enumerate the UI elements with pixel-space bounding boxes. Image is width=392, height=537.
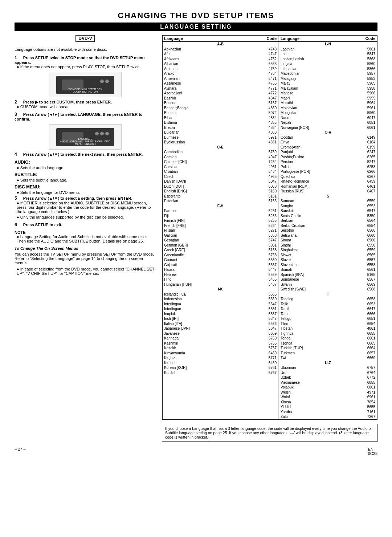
lang-name-left: French [FRE] <box>163 223 253 228</box>
disc-menu-header: DISC MENU: <box>15 184 156 190</box>
lang-name-right: Panjabi <box>278 150 355 155</box>
step-1: 1 Press SETUP twice in STOP mode so that… <box>15 55 156 69</box>
lang-name-left: Armenian <box>163 76 253 81</box>
lang-code-right: 5955 <box>355 96 377 101</box>
lang-name-left: Korean [KOR] <box>163 365 253 370</box>
lang-code-right: 6861 <box>355 385 377 390</box>
step-2: 2 Press ▶ to select CUSTOM, then press E… <box>15 99 156 109</box>
lang-name-left: Kirghiz <box>163 355 253 361</box>
lang-code-left: 4847 <box>253 96 278 101</box>
audio-section: AUDIO: Sets the audio language. <box>15 160 156 170</box>
lang-code-table: Language Code Language Code A-BL-NAbkhaz… <box>163 36 377 419</box>
lang-code-right: 7161 <box>355 410 377 415</box>
lang-name-left: Esperanto <box>163 194 253 199</box>
lang-name-left: Indonesian <box>163 297 253 302</box>
lang-code-left: 5669 <box>253 331 278 336</box>
lang-code-right: 5958 <box>355 86 377 91</box>
lang-code-left: 5167 <box>253 101 278 106</box>
section-label-right: T <box>278 292 377 297</box>
lang-name-right: Tsonga <box>278 341 355 346</box>
lang-name-left: Kinyarwanda <box>163 351 253 356</box>
section-label-left: I-K <box>163 287 278 292</box>
step-2-text: Press ▶ to select CUSTOM, then press ENT… <box>23 100 112 104</box>
step-5-num: 5 <box>15 196 17 201</box>
lang-name-right: Vietnamese <box>278 380 355 385</box>
lang-name-right: Samoan <box>278 199 355 204</box>
lang-code-left: 6460 <box>253 361 278 366</box>
lang-name-right: Tamil <box>278 306 355 312</box>
lang-code-right: 5953 <box>355 76 377 81</box>
lang-name-left: Chinese [CHI] <box>163 159 253 164</box>
lang-name-left: Afar <box>163 52 253 57</box>
lang-name-right: Tigrinya <box>278 331 355 336</box>
lang-code-right: 6164 <box>355 140 377 145</box>
lang-name-left: Dutch [DUT] <box>163 184 253 189</box>
lang-code-left: 4854 <box>253 115 278 121</box>
lang-name-right: Sesotho <box>278 228 355 233</box>
lang-code-left: 4765 <box>253 81 278 86</box>
lang-code-left: 5072 <box>253 110 278 115</box>
step-4-num: 4 <box>15 152 17 157</box>
lang-code-left: 5166 <box>253 199 278 204</box>
lang-code-right: 6660 <box>355 233 377 238</box>
lang-name-right: Sangho <box>278 204 355 209</box>
lang-name-right: Zulu <box>278 414 355 419</box>
lang-name-left: Amharic <box>163 66 253 72</box>
lang-code-right: 6547 <box>355 208 377 213</box>
lang-name-left: Georgian <box>163 238 253 243</box>
step-5-text: Press Arrow (▲/▼) to select a setting, t… <box>23 196 132 200</box>
lang-code-right: 6149 <box>355 135 377 140</box>
lang-code-right: 6654 <box>355 321 377 326</box>
lang-name-right: Shona <box>278 238 355 243</box>
lang-name-right: Malagasy <box>278 76 355 81</box>
lang-name-right: Xhosa <box>278 400 355 405</box>
lang-name-left: Gujarati <box>163 263 253 268</box>
lang-code-right: 6565 <box>355 253 377 258</box>
step-6: 6 Press SETUP to exit. <box>15 222 156 227</box>
lang-code-right: 6653 <box>355 302 377 307</box>
lang-code-right: 6666 <box>355 312 377 317</box>
lang-code-right: 6647 <box>355 306 377 312</box>
lang-name-left: Javanese <box>163 331 253 336</box>
lang-code-right: 6560 <box>355 238 377 243</box>
lang-code-left: 4771 <box>253 86 278 91</box>
lang-name-right: Russian [RUS] <box>278 189 355 194</box>
lang-code-left: 4748 <box>253 47 278 52</box>
lang-name-left: Icelandic [ICE] <box>163 292 253 297</box>
lang-code-right: 6459 <box>355 179 377 184</box>
lang-code-left: 5271 <box>253 228 278 233</box>
lang-code-left: 5569 <box>253 272 278 277</box>
lang-code-right: 6561 <box>355 267 377 272</box>
lang-name-left: Interlingue <box>163 306 253 312</box>
lang-code-right: 6665 <box>355 341 377 346</box>
lang-code-left: 4853 <box>253 130 278 135</box>
lang-code-left: 5551 <box>253 306 278 312</box>
lang-name-right: Nepali <box>278 120 355 125</box>
lang-name-right: Nauru <box>278 115 355 121</box>
lang-name-right: Macedonian <box>278 71 355 76</box>
lang-code-left: 6058 <box>253 184 278 189</box>
lang-name-left: Greenlandic <box>163 253 253 258</box>
sub-section-para-1: You can access the TV SETUP menu by pres… <box>15 252 156 265</box>
lang-name-right: Yiddish <box>278 404 355 410</box>
lang-code-left: 6563 <box>253 61 278 66</box>
lang-name-left: English [ENG] <box>163 189 253 194</box>
lang-code-right: 5655 <box>355 404 377 410</box>
lang-code-right: 6569 <box>355 282 377 287</box>
lang-code-left: 5447 <box>253 267 278 272</box>
lang-code-left: 5158 <box>253 248 278 253</box>
lang-code-left: 5256 <box>253 213 278 219</box>
lang-code-right: 5961 <box>355 106 377 111</box>
lang-code-right: 6258 <box>355 164 377 170</box>
dvd-v-badge: DVD-V <box>75 35 95 42</box>
step-3: 3 Press Arrow (◄/►) to select LANGUAGE, … <box>15 112 156 121</box>
lang-code-left: 4759 <box>253 66 278 72</box>
lang-code-right: 6061 <box>355 125 377 130</box>
lang-name-right: Tatar <box>278 312 355 317</box>
step-1-text: Press SETUP twice in STOP mode so that t… <box>15 56 145 65</box>
lang-code-right: 5847 <box>355 52 377 57</box>
section-label-right: O-R <box>278 130 377 135</box>
footer-right: EN0C28 <box>368 447 377 456</box>
audio-bullet: Sets the audio language. <box>17 166 156 170</box>
step-4-text: Press Arrow (▲/▼) to select the next ite… <box>23 152 143 156</box>
